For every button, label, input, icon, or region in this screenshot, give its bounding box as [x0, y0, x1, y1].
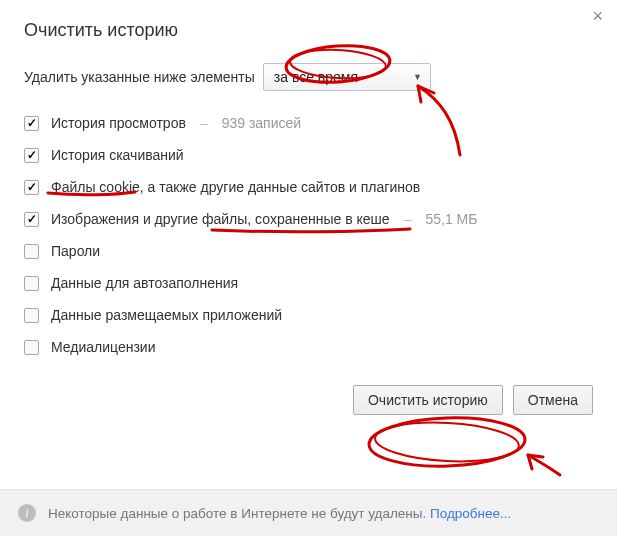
- checkbox[interactable]: [24, 180, 39, 195]
- checkbox[interactable]: [24, 308, 39, 323]
- option-label: Файлы cookie, а также другие данные сайт…: [51, 179, 420, 195]
- option-row: Файлы cookie, а также другие данные сайт…: [24, 179, 593, 195]
- checkbox[interactable]: [24, 340, 39, 355]
- cancel-button[interactable]: Отмена: [513, 385, 593, 415]
- option-row: История просмотров–939 записей: [24, 115, 593, 131]
- option-label: История скачиваний: [51, 147, 184, 163]
- info-icon: i: [18, 504, 36, 522]
- separator-dash: –: [404, 211, 412, 227]
- option-label: История просмотров: [51, 115, 186, 131]
- option-label: Данные размещаемых приложений: [51, 307, 282, 323]
- close-icon[interactable]: ×: [592, 6, 603, 27]
- time-range-row: Удалить указанные ниже элементы за все в…: [24, 63, 593, 91]
- time-range-value: за все время: [274, 69, 358, 85]
- checkbox[interactable]: [24, 244, 39, 259]
- checkbox[interactable]: [24, 116, 39, 131]
- time-range-label: Удалить указанные ниже элементы: [24, 69, 255, 85]
- option-row: История скачиваний: [24, 147, 593, 163]
- option-row: Изображения и другие файлы, сохраненные …: [24, 211, 593, 227]
- option-label: Пароли: [51, 243, 100, 259]
- checkbox[interactable]: [24, 212, 39, 227]
- option-label: Медиалицензии: [51, 339, 156, 355]
- learn-more-link[interactable]: Подробнее...: [430, 506, 511, 521]
- footer-text: Некоторые данные о работе в Интернете не…: [48, 506, 511, 521]
- checkbox[interactable]: [24, 276, 39, 291]
- option-extra: 55,1 МБ: [425, 211, 477, 227]
- checkbox[interactable]: [24, 148, 39, 163]
- footer-notice: i Некоторые данные о работе в Интернете …: [0, 489, 617, 536]
- option-row: Медиалицензии: [24, 339, 593, 355]
- dropdown-arrow-icon: ▼: [413, 72, 422, 82]
- dialog-buttons: Очистить историю Отмена: [24, 385, 593, 435]
- option-row: Пароли: [24, 243, 593, 259]
- options-list: История просмотров–939 записейИстория ск…: [24, 115, 593, 355]
- option-label: Данные для автозаполнения: [51, 275, 238, 291]
- option-row: Данные для автозаполнения: [24, 275, 593, 291]
- option-label: Изображения и другие файлы, сохраненные …: [51, 211, 390, 227]
- clear-button[interactable]: Очистить историю: [353, 385, 503, 415]
- separator-dash: –: [200, 115, 208, 131]
- dialog-title: Очистить историю: [24, 20, 593, 41]
- option-extra: 939 записей: [222, 115, 301, 131]
- time-range-select[interactable]: за все время ▼: [263, 63, 431, 91]
- clear-history-dialog: × Очистить историю Удалить указанные ниж…: [0, 0, 617, 435]
- option-row: Данные размещаемых приложений: [24, 307, 593, 323]
